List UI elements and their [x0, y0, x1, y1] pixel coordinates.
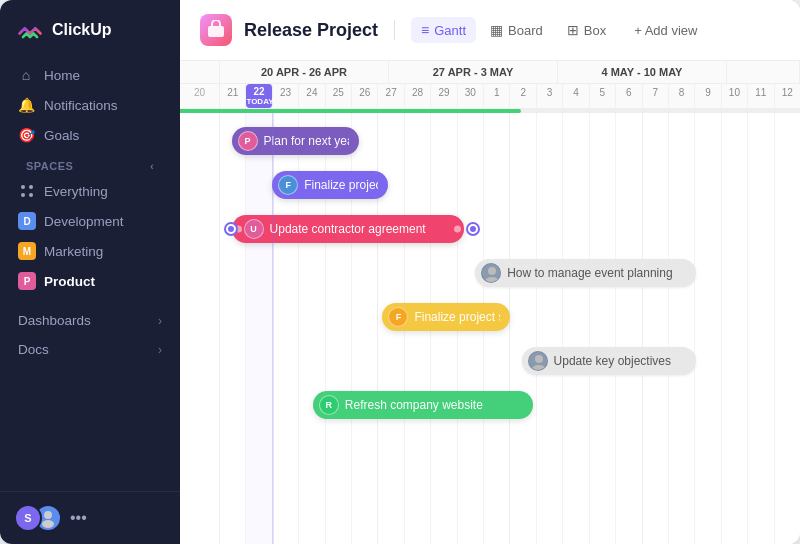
- header: Release Project ≡ Gantt ▦ Board ⊞ Box + …: [180, 0, 800, 61]
- footer-menu-button[interactable]: •••: [70, 509, 87, 527]
- task-label-1: Finalize project scope: [304, 178, 378, 192]
- sidebar-item-product[interactable]: P Product: [8, 266, 172, 296]
- development-icon: D: [18, 212, 36, 230]
- sidebar-item-everything-label: Everything: [44, 184, 108, 199]
- main-content: Release Project ≡ Gantt ▦ Board ⊞ Box + …: [180, 0, 800, 544]
- bell-icon: 🔔: [18, 97, 34, 113]
- task-avatar-6: R: [319, 395, 339, 415]
- sidebar-footer: S •••: [0, 491, 180, 544]
- gantt-row-4: F Finalize project scope: [220, 295, 800, 339]
- svg-point-5: [42, 520, 54, 528]
- sidebar-item-development[interactable]: D Development: [8, 206, 172, 236]
- svg-point-3: [29, 193, 33, 197]
- gantt-row-0: P Plan for next year: [220, 119, 800, 163]
- svg-point-9: [535, 355, 543, 363]
- task-bar-plan-next-year[interactable]: P Plan for next year: [232, 127, 360, 155]
- header-divider: [394, 20, 395, 40]
- milestone-left: [226, 224, 236, 234]
- gantt-tasks: P Plan for next year F Finalize project …: [220, 119, 800, 427]
- sidebar: ClickUp ⌂ Home 🔔 Notifications 🎯 Goals S…: [0, 0, 180, 544]
- gantt-row-3: How to manage event planning: [220, 251, 800, 295]
- gantt-container: 20 APR - 26 APR 27 APR - 3 MAY 4 MAY - 1…: [180, 61, 800, 544]
- task-avatar-4: F: [388, 307, 408, 327]
- sidebar-item-marketing[interactable]: M Marketing: [8, 236, 172, 266]
- gantt-row-5: Update key objectives: [220, 339, 800, 383]
- task-label-3: How to manage event planning: [507, 266, 672, 280]
- sidebar-sections: Dashboards › Docs ›: [0, 300, 180, 370]
- tab-board-label: Board: [508, 23, 543, 38]
- sidebar-item-product-label: Product: [44, 274, 95, 289]
- gantt-body: P Plan for next year F Finalize project …: [180, 113, 800, 544]
- task-label-4: Finalize project scope: [414, 310, 500, 324]
- bar-handle-right: [454, 226, 461, 233]
- add-view-button[interactable]: + Add view: [624, 18, 707, 43]
- tab-board[interactable]: ▦ Board: [480, 17, 553, 43]
- task-label-2: Update contractor agreement: [270, 222, 426, 236]
- app-container: ClickUp ⌂ Home 🔔 Notifications 🎯 Goals S…: [0, 0, 800, 544]
- avatar-user1: S: [14, 504, 42, 532]
- tab-gantt[interactable]: ≡ Gantt: [411, 17, 476, 43]
- sidebar-item-marketing-label: Marketing: [44, 244, 103, 259]
- task-avatar-1: F: [278, 175, 298, 195]
- svg-point-1: [29, 185, 33, 189]
- today-marker: 22 TODAY: [246, 84, 272, 108]
- sidebar-nav: ⌂ Home 🔔 Notifications 🎯 Goals Spaces ‹ …: [0, 56, 180, 300]
- week-ranges-row: 20 APR - 26 APR 27 APR - 3 MAY 4 MAY - 1…: [180, 61, 800, 84]
- task-bar-event-planning[interactable]: How to manage event planning: [475, 259, 695, 287]
- tab-box[interactable]: ⊞ Box: [557, 17, 616, 43]
- svg-point-10: [532, 365, 546, 371]
- svg-point-7: [488, 267, 496, 275]
- task-bar-contractor[interactable]: U Update contractor agreement: [232, 215, 464, 243]
- sidebar-item-home-label: Home: [44, 68, 80, 83]
- sidebar-item-everything[interactable]: Everything: [8, 176, 172, 206]
- svg-point-0: [21, 185, 25, 189]
- task-bar-finalize-scope-yellow[interactable]: F Finalize project scope: [382, 303, 510, 331]
- svg-point-2: [21, 193, 25, 197]
- spaces-label: Spaces: [26, 160, 73, 172]
- week-range-3: 4 MAY - 10 MAY: [558, 61, 727, 83]
- box-icon: ⊞: [567, 22, 579, 38]
- milestone-right: [468, 224, 478, 234]
- chevron-right-icon: ›: [158, 314, 162, 328]
- svg-point-8: [485, 277, 499, 283]
- task-label-0: Plan for next year: [264, 134, 350, 148]
- sidebar-item-goals[interactable]: 🎯 Goals: [8, 120, 172, 150]
- project-title: Release Project: [244, 20, 378, 41]
- task-label-5: Update key objectives: [554, 354, 671, 368]
- task-bar-refresh-website[interactable]: R Refresh company website: [313, 391, 533, 419]
- task-label-6: Refresh company website: [345, 398, 483, 412]
- spaces-header: Spaces ‹: [8, 150, 172, 176]
- sidebar-item-home[interactable]: ⌂ Home: [8, 60, 172, 90]
- svg-rect-6: [208, 26, 224, 37]
- gantt-icon: ≡: [421, 22, 429, 38]
- clickup-logo-icon: [16, 16, 44, 44]
- goals-icon: 🎯: [18, 127, 34, 143]
- task-avatar-3: [481, 263, 501, 283]
- today-vertical-line: [272, 113, 274, 544]
- day-numbers-row: 20 21 22 TODAY 23 24 25 26 27 28 29 30 1…: [180, 84, 800, 108]
- sidebar-item-dashboards[interactable]: Dashboards ›: [8, 306, 172, 335]
- task-bar-finalize-scope[interactable]: F Finalize project scope: [272, 171, 388, 199]
- gantt-row-1: F Finalize project scope: [220, 163, 800, 207]
- sidebar-item-notifications[interactable]: 🔔 Notifications: [8, 90, 172, 120]
- board-icon: ▦: [490, 22, 503, 38]
- gantt-row-2: U Update contractor agreement: [220, 207, 800, 251]
- logo-text: ClickUp: [52, 21, 112, 39]
- task-avatar-2: U: [244, 219, 264, 239]
- bar-handle-left: [235, 226, 242, 233]
- task-avatar-5: [528, 351, 548, 371]
- everything-icon: [18, 182, 36, 200]
- chevron-down-icon[interactable]: ‹: [150, 161, 154, 172]
- view-tabs: ≡ Gantt ▦ Board ⊞ Box + Add view: [411, 17, 707, 43]
- sidebar-item-docs[interactable]: Docs ›: [8, 335, 172, 364]
- tab-box-label: Box: [584, 23, 606, 38]
- task-avatar-0: P: [238, 131, 258, 151]
- task-bar-key-objectives[interactable]: Update key objectives: [522, 347, 696, 375]
- gantt-row-6: R Refresh company website: [220, 383, 800, 427]
- svg-point-4: [44, 511, 52, 519]
- sidebar-item-development-label: Development: [44, 214, 124, 229]
- home-icon: ⌂: [18, 67, 34, 83]
- docs-label: Docs: [18, 342, 49, 357]
- dashboards-label: Dashboards: [18, 313, 91, 328]
- week-range-1: 20 APR - 26 APR: [220, 61, 389, 83]
